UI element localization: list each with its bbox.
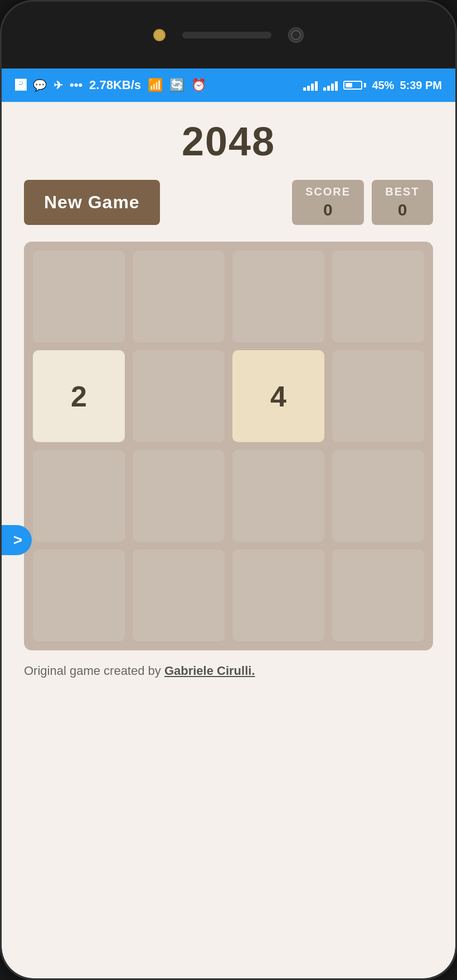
- best-label: BEST: [385, 185, 420, 198]
- phone-inner: 🅿 💬 ✈ ••• 2.78KB/s 📶 🔄 ⏰: [2, 2, 455, 978]
- signal-bar-3: [311, 84, 314, 91]
- game-board[interactable]: 24: [24, 242, 433, 650]
- alarm-icon: ⏰: [191, 78, 206, 92]
- tile-3-2: [232, 550, 324, 641]
- signal-bar2-4: [335, 81, 338, 91]
- signal-bar2-1: [323, 87, 326, 91]
- battery-fill: [346, 83, 352, 87]
- chevron-right-icon: >: [13, 531, 22, 549]
- best-box: BEST 0: [372, 180, 433, 225]
- tile-1-2: 4: [232, 350, 324, 442]
- battery-icon: [343, 81, 366, 90]
- front-camera: [153, 29, 166, 41]
- best-value: 0: [385, 200, 420, 219]
- tile-2-2: [232, 450, 324, 542]
- rear-camera-indicator: [288, 27, 304, 43]
- signal-bar2-3: [331, 84, 334, 91]
- tile-0-3: [332, 251, 424, 342]
- score-value: 0: [305, 200, 351, 219]
- tile-0-2: [232, 251, 324, 342]
- telegram-icon: ✈: [54, 79, 63, 92]
- tile-0-1: [133, 251, 225, 342]
- tile-1-3: [332, 350, 424, 442]
- phone-top-bar: [2, 2, 455, 68]
- whatsapp-icon: 💬: [33, 79, 47, 92]
- tile-1-0: 2: [33, 350, 125, 442]
- signal-bars: [303, 80, 318, 91]
- new-game-button[interactable]: New Game: [24, 180, 160, 225]
- status-left-icons: 🅿 💬 ✈ ••• 2.78KB/s 📶 🔄 ⏰: [15, 78, 206, 92]
- battery-body: [343, 81, 362, 90]
- battery-percent: 45%: [372, 79, 394, 92]
- pushbullet-icon: 🅿: [15, 79, 26, 92]
- signal-bar2-2: [327, 86, 330, 91]
- credit-prefix: Original game created by: [24, 664, 164, 678]
- sync-icon: 🔄: [169, 78, 184, 92]
- status-bar: 🅿 💬 ✈ ••• 2.78KB/s 📶 🔄 ⏰: [2, 68, 455, 102]
- tile-3-3: [332, 550, 424, 641]
- controls-row: New Game SCORE 0 BEST 0: [24, 180, 433, 225]
- side-chevron-button[interactable]: >: [2, 525, 32, 555]
- signal-bars-2: [323, 80, 338, 91]
- signal-bar-2: [307, 86, 310, 91]
- battery-tip: [364, 83, 366, 87]
- wifi-icon: 📶: [148, 78, 163, 92]
- tile-1-1: [133, 350, 225, 442]
- tile-3-0: [33, 550, 125, 641]
- credit-text: Original game created by Gabriele Cirull…: [24, 664, 433, 678]
- credit-author-link[interactable]: Gabriele Cirulli.: [164, 664, 255, 678]
- score-group: SCORE 0 BEST 0: [292, 180, 433, 225]
- speaker-grille: [182, 32, 271, 38]
- clock: 5:39 PM: [400, 79, 442, 92]
- more-icon: •••: [70, 78, 82, 92]
- signal-bar-4: [315, 81, 318, 91]
- tile-0-0: [33, 251, 125, 342]
- phone-frame: 🅿 💬 ✈ ••• 2.78KB/s 📶 🔄 ⏰: [0, 0, 457, 980]
- score-label: SCORE: [305, 185, 351, 198]
- signal-bar-1: [303, 87, 306, 91]
- tile-2-3: [332, 450, 424, 542]
- network-speed: 2.78KB/s: [89, 78, 141, 92]
- status-right-icons: 45% 5:39 PM: [303, 79, 442, 92]
- score-box: SCORE 0: [292, 180, 364, 225]
- game-title: 2048: [24, 119, 433, 164]
- tile-3-1: [133, 550, 225, 641]
- tile-2-0: [33, 450, 125, 542]
- tile-2-1: [133, 450, 225, 542]
- app-content: > 2048 New Game SCORE 0 BEST 0: [2, 102, 455, 978]
